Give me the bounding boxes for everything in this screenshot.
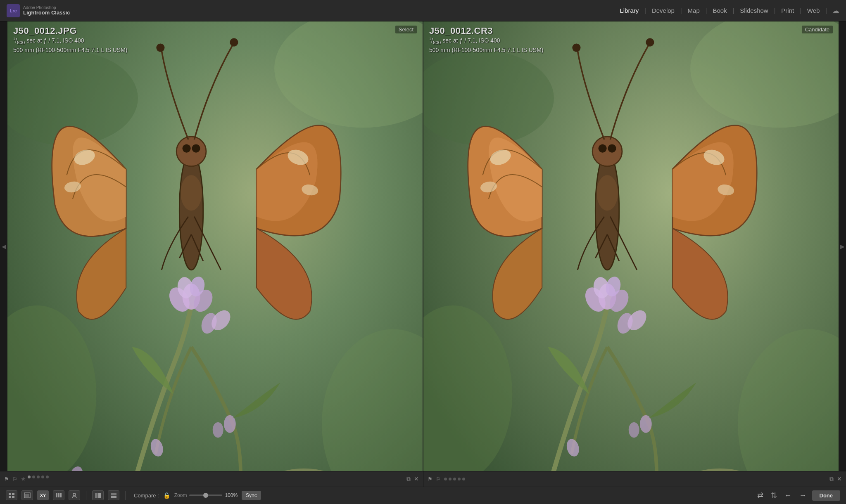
svg-rect-69: [98, 493, 101, 498]
left-ctrl-right: ⧉ ✕: [406, 476, 419, 483]
app-logo: Lrc: [7, 4, 20, 17]
right-arrow[interactable]: ▶: [839, 21, 846, 471]
before-after-lr-icon: [95, 492, 101, 498]
svg-rect-72: [111, 496, 116, 498]
left-panel-info: J50_0012.JPG 1/800 sec at ƒ / 7.1, ISO 4…: [13, 26, 127, 54]
swap-left-icon[interactable]: ⇄: [755, 490, 765, 501]
bottom-bar: ⚑ ⚐ ★ ⧉ ✕ ⚑ ⚐: [0, 471, 846, 504]
right-dot-3[interactable]: [453, 478, 456, 480]
svg-point-11: [176, 137, 206, 166]
loupe-view-btn[interactable]: [21, 490, 33, 500]
sync-button[interactable]: Sync: [242, 491, 261, 500]
before-after-ud-btn[interactable]: [108, 490, 119, 500]
left-dot-4[interactable]: [41, 476, 44, 478]
nav-library[interactable]: Library: [615, 5, 643, 17]
top-bar: Lrc Adobe Photoshop Lightroom Classic Li…: [0, 0, 846, 21]
right-dot-1[interactable]: [444, 478, 447, 480]
zoom-group: Zoom 100%: [174, 492, 238, 498]
cloud-icon[interactable]: ☁: [832, 6, 839, 15]
nav-sep-4: |: [733, 7, 734, 14]
left-arrow[interactable]: ◀: [0, 21, 7, 471]
nav-slideshow[interactable]: Slideshow: [736, 5, 772, 17]
svg-rect-60: [9, 496, 11, 498]
prev-arrow-btn[interactable]: ←: [782, 490, 794, 501]
svg-rect-66: [60, 493, 62, 497]
left-meta-2: 500 mm (RF100-500mm F4.5-7.1 L IS USM): [13, 46, 127, 54]
left-dot-3[interactable]: [37, 476, 40, 478]
svg-rect-63: [25, 494, 29, 497]
right-meta-2: 500 mm (RF100-500mm F4.5-7.1 L IS USM): [429, 46, 543, 54]
svg-rect-65: [58, 493, 59, 497]
right-panel-label: Candidate: [802, 26, 833, 33]
svg-point-44: [572, 43, 580, 52]
compare-xy-icon: XY: [40, 493, 46, 498]
right-panel-ctrl: ⚑ ⚐ ⧉ ✕: [423, 471, 846, 487]
left-close-btn[interactable]: ✕: [414, 476, 419, 482]
right-dot-2[interactable]: [449, 478, 452, 480]
right-star-rating[interactable]: [444, 478, 465, 480]
zoom-slider-container: [189, 495, 222, 496]
zoom-thumb[interactable]: [203, 493, 208, 498]
svg-point-42: [599, 144, 607, 153]
left-shutter-sub: 800: [17, 40, 25, 45]
left-flag-icon[interactable]: ⚑: [4, 476, 9, 482]
svg-point-54: [629, 422, 639, 438]
right-meta-1: 1/800 sec at ƒ / 7.1, ISO 400: [429, 36, 543, 46]
left-star-1[interactable]: ★: [21, 476, 26, 482]
grid-view-btn[interactable]: [6, 490, 17, 500]
svg-point-10: [181, 175, 202, 211]
next-arrow-btn[interactable]: →: [797, 490, 809, 501]
svg-point-40: [596, 175, 618, 211]
toolbar-sep-2: [125, 491, 126, 500]
left-panel-label: Select: [395, 26, 417, 33]
right-shutter-sub: 800: [433, 40, 441, 45]
nav-book[interactable]: Book: [708, 5, 731, 17]
swap-right-icon[interactable]: ⇅: [769, 490, 779, 501]
nav-sep-6: |: [800, 7, 801, 14]
zoom-label: Zoom: [174, 492, 187, 498]
right-butterfly-svg: [423, 21, 839, 471]
left-image-bg: [7, 21, 423, 471]
toolbar-sep-1: [86, 491, 86, 500]
done-button[interactable]: Done: [812, 490, 841, 501]
nav-sep-1: |: [644, 7, 646, 14]
before-after-ud-icon: [110, 492, 117, 498]
nav-sep-3: |: [706, 7, 707, 14]
left-butterfly-svg: [7, 21, 423, 471]
left-flag-x-icon[interactable]: ⚐: [12, 476, 17, 482]
nav-develop[interactable]: Develop: [648, 5, 679, 17]
compare-label: Compare :: [134, 492, 159, 499]
nav-menu: Library | Develop | Map | Book | Slidesh…: [615, 5, 839, 17]
svg-point-25: [213, 422, 223, 438]
svg-rect-61: [12, 496, 14, 498]
left-star-rating[interactable]: ★: [21, 476, 49, 482]
nav-map[interactable]: Map: [684, 5, 704, 17]
right-flag-x-icon[interactable]: ⚐: [436, 476, 441, 482]
svg-point-12: [183, 144, 191, 153]
left-dot-2[interactable]: [32, 476, 35, 478]
right-dot-4[interactable]: [458, 478, 461, 480]
people-view-btn[interactable]: [69, 490, 80, 500]
nav-sep-2: |: [680, 7, 682, 14]
right-close-btn[interactable]: ✕: [837, 476, 842, 482]
lock-icon[interactable]: 🔒: [163, 492, 170, 499]
right-panel-info: J50_0012.CR3 1/800 sec at ƒ / 7.1, ISO 4…: [429, 26, 543, 54]
left-meta-1: 1/800 sec at ƒ / 7.1, ISO 400: [13, 36, 127, 46]
left-panel-ctrl: ⚑ ⚐ ★ ⧉ ✕: [0, 471, 423, 487]
survey-view-btn[interactable]: [53, 490, 64, 500]
nav-print[interactable]: Print: [777, 5, 798, 17]
loupe-icon: [24, 492, 31, 498]
left-dot-1[interactable]: [28, 476, 31, 478]
left-dot-5[interactable]: [46, 476, 49, 478]
right-dot-5[interactable]: [462, 478, 465, 480]
right-resize-icon[interactable]: ⧉: [829, 476, 834, 483]
compare-view-btn[interactable]: XY: [37, 490, 49, 500]
svg-point-15: [230, 38, 238, 47]
left-resize-icon[interactable]: ⧉: [406, 476, 411, 483]
nav-sep-5: |: [774, 7, 776, 14]
zoom-slider[interactable]: [189, 495, 222, 496]
nav-web[interactable]: Web: [803, 5, 824, 17]
before-after-lr-btn[interactable]: [92, 490, 104, 500]
right-flag-icon[interactable]: ⚑: [428, 476, 433, 482]
svg-point-45: [646, 38, 654, 47]
